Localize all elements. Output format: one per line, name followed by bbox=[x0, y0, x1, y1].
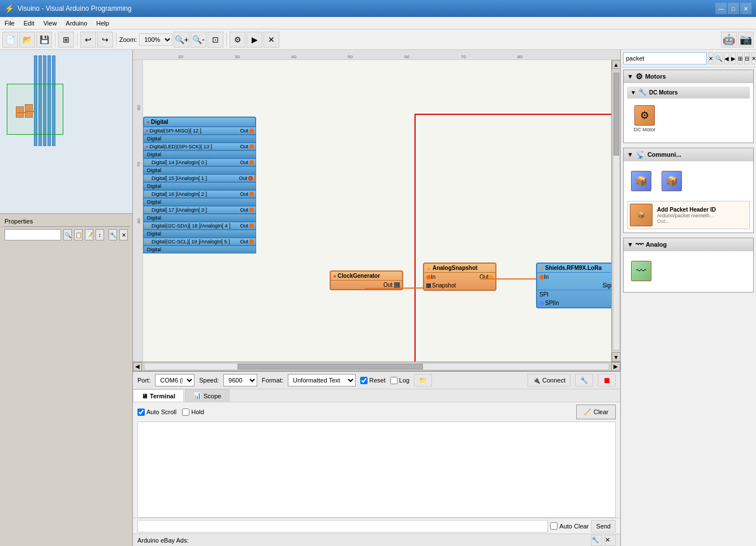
format-select[interactable]: Unformatted Text Hex Dec bbox=[288, 374, 356, 386]
zoom-label: Zoom: bbox=[119, 36, 137, 43]
category-motors-header[interactable]: ▼ ⚙ Motors bbox=[624, 70, 753, 83]
connect-btn[interactable]: 🔌 Connect bbox=[528, 374, 571, 386]
terminal-output[interactable] bbox=[137, 422, 616, 518]
rfm9x-in-row: In Out bbox=[537, 273, 611, 281]
compile-button[interactable]: ⚙ bbox=[230, 32, 245, 48]
search-next-btn[interactable]: ▶ bbox=[731, 52, 736, 65]
component-analog-1[interactable]: 〰 bbox=[627, 255, 655, 289]
clock-gen-block[interactable]: ● ClockGenerator Out ⊓ bbox=[330, 270, 403, 290]
auto-scroll-checkbox[interactable] bbox=[137, 409, 145, 416]
menu-help[interactable]: Help bbox=[92, 17, 114, 29]
reset-text: Reset bbox=[369, 377, 386, 384]
props-close-btn[interactable]: ✕ bbox=[119, 229, 128, 240]
properties-search-input[interactable] bbox=[5, 229, 61, 240]
rfm9x-block[interactable]: ★ Shields.RFM9X.LoRa In Out SignalStreng… bbox=[536, 263, 611, 308]
terminal-tab-label: Terminal bbox=[150, 393, 175, 399]
pin-19: ▲ Digital(I2C-SCL)[ 19 ]/AnalogIn[ 5 ] O… bbox=[143, 238, 256, 246]
category-analog-header[interactable]: ▼ 〰 Analog bbox=[624, 238, 753, 251]
search-clear-btn[interactable]: ✕ bbox=[708, 52, 714, 65]
search-close-btn[interactable]: ✕ bbox=[751, 52, 756, 65]
scroll-v-up[interactable]: ▲ bbox=[612, 60, 621, 69]
pin-19-sub: Digital bbox=[143, 246, 256, 253]
analog-snapshot-in-label: In bbox=[431, 274, 435, 280]
send-button[interactable]: Send bbox=[591, 520, 616, 532]
hold-label[interactable]: Hold bbox=[182, 409, 204, 416]
hold-checkbox[interactable] bbox=[182, 409, 189, 416]
stop-btn[interactable]: ⏹ bbox=[598, 374, 616, 386]
pin-14-sub: Digital bbox=[143, 166, 256, 174]
scroll-v-down[interactable]: ▼ bbox=[612, 352, 621, 362]
search-btn[interactable]: 🔍 bbox=[715, 52, 723, 65]
log-file-btn[interactable]: 📁 bbox=[414, 374, 432, 386]
pin-17: ▲ Digital[ 17 ]/AnalogIn[ 3 ] Out bbox=[143, 206, 256, 214]
reset-label[interactable]: Reset bbox=[360, 377, 386, 384]
props-expand-btn[interactable]: 📋 bbox=[74, 229, 83, 240]
upload-button[interactable]: ▶ bbox=[247, 32, 262, 48]
component-add-packet[interactable]: 📦 Add Packet Header ID Arduno/packet mem… bbox=[627, 201, 750, 229]
bottom-tabs: 🖥 Terminal 📊 Scope bbox=[133, 389, 620, 402]
component-dc-motor[interactable]: ⚙ DC Motor bbox=[630, 102, 659, 136]
zoom-fit-button[interactable]: ⊡ bbox=[208, 32, 223, 48]
category-communi-header[interactable]: ▼ 📡 Communi... bbox=[624, 148, 753, 161]
menu-file[interactable]: File bbox=[0, 17, 19, 29]
props-collapse-btn[interactable]: 📝 bbox=[85, 229, 93, 240]
close-button[interactable]: ✕ bbox=[740, 3, 751, 14]
add-packet-desc: Arduno/packet memeth... bbox=[657, 213, 747, 218]
delete-button[interactable]: ✕ bbox=[263, 32, 279, 48]
tab-scope[interactable]: 📊 Scope bbox=[185, 389, 230, 402]
canvas-main[interactable]: ● Digital ● Digital(SPI-MISO)[ 12 ] Out bbox=[143, 60, 611, 362]
properties-panel: Properties 🔍 📋 📝 ↕ 🔧 ✕ bbox=[0, 214, 132, 546]
open-button[interactable]: 📂 bbox=[19, 32, 35, 48]
auto-clear-checkbox[interactable] bbox=[550, 522, 558, 530]
search-prev-btn[interactable]: ◀ bbox=[724, 52, 729, 65]
zoom-out-button[interactable]: 🔍- bbox=[191, 32, 206, 48]
log-checkbox[interactable] bbox=[390, 377, 398, 384]
canvas-scroll-h: ◀ ▶ bbox=[133, 362, 620, 371]
speed-select[interactable]: 9600 115200 bbox=[223, 374, 257, 386]
pin-15-dot bbox=[248, 176, 253, 180]
undo-button[interactable]: ↩ bbox=[80, 32, 96, 48]
props-search-btn[interactable]: 🔍 bbox=[63, 229, 72, 240]
visuino-btn1[interactable]: 🤖 bbox=[721, 32, 737, 48]
terminal-input[interactable] bbox=[137, 520, 548, 532]
port-select[interactable]: COM6 (l bbox=[155, 374, 195, 386]
reset-checkbox[interactable] bbox=[360, 377, 368, 384]
search-expand-btn[interactable]: ⊞ bbox=[737, 52, 743, 65]
new-button[interactable]: 📄 bbox=[2, 32, 18, 48]
clear-button[interactable]: 🧹 Clear bbox=[576, 405, 616, 419]
auto-clear-label[interactable]: Auto Clear bbox=[550, 522, 589, 530]
menu-view[interactable]: View bbox=[39, 17, 62, 29]
component-comm-1[interactable]: 📦 bbox=[627, 165, 655, 199]
component-comm-2[interactable]: 📦 bbox=[658, 165, 686, 199]
grid-button[interactable]: ⊞ bbox=[58, 32, 74, 48]
scroll-h-right[interactable]: ▶ bbox=[611, 362, 620, 371]
clear-icon: 🧹 bbox=[584, 409, 591, 416]
props-sort-btn[interactable]: ↕ bbox=[96, 229, 104, 240]
zoom-select[interactable]: 100% 50% 75% 125% 150% 200% bbox=[139, 33, 172, 46]
tab-terminal[interactable]: 🖥 Terminal bbox=[133, 389, 184, 402]
log-label[interactable]: Log bbox=[390, 377, 409, 384]
digital-header: ● Digital bbox=[143, 117, 256, 127]
auto-scroll-label[interactable]: Auto Scroll bbox=[137, 409, 176, 416]
ads-tools-btn[interactable]: 🔧 bbox=[591, 535, 602, 546]
menu-arduino[interactable]: Arduino bbox=[61, 17, 92, 29]
visuino-btn2[interactable]: 📷 bbox=[738, 32, 754, 48]
maximize-button[interactable]: □ bbox=[728, 3, 739, 14]
redo-button[interactable]: ↪ bbox=[97, 32, 113, 48]
scope-tab-label: Scope bbox=[204, 393, 221, 399]
analog-snapshot-block[interactable]: ▲ AnalogSnapshot In Out ⊓ Snapsho bbox=[423, 263, 496, 291]
tools-btn[interactable]: 🔧 bbox=[575, 374, 593, 386]
ads-close-btn[interactable]: ✕ bbox=[604, 535, 616, 546]
search-collapse-btn[interactable]: ⊟ bbox=[744, 52, 750, 65]
rfm9x-in-label: In bbox=[544, 274, 548, 280]
send-label: Send bbox=[596, 523, 611, 530]
search-input[interactable] bbox=[623, 52, 707, 65]
canvas-scroll-v[interactable]: ▲ ▼ bbox=[611, 60, 620, 362]
menu-edit[interactable]: Edit bbox=[19, 17, 39, 29]
save-button[interactable]: 💾 bbox=[36, 32, 52, 48]
zoom-in-button[interactable]: 🔍+ bbox=[174, 32, 189, 48]
props-tools-btn[interactable]: 🔧 bbox=[109, 229, 117, 240]
dc-motors-header[interactable]: ▼ 🔧 DC Motors bbox=[627, 87, 750, 98]
minimize-button[interactable]: — bbox=[715, 3, 727, 14]
scroll-h-left[interactable]: ◀ bbox=[133, 362, 142, 371]
